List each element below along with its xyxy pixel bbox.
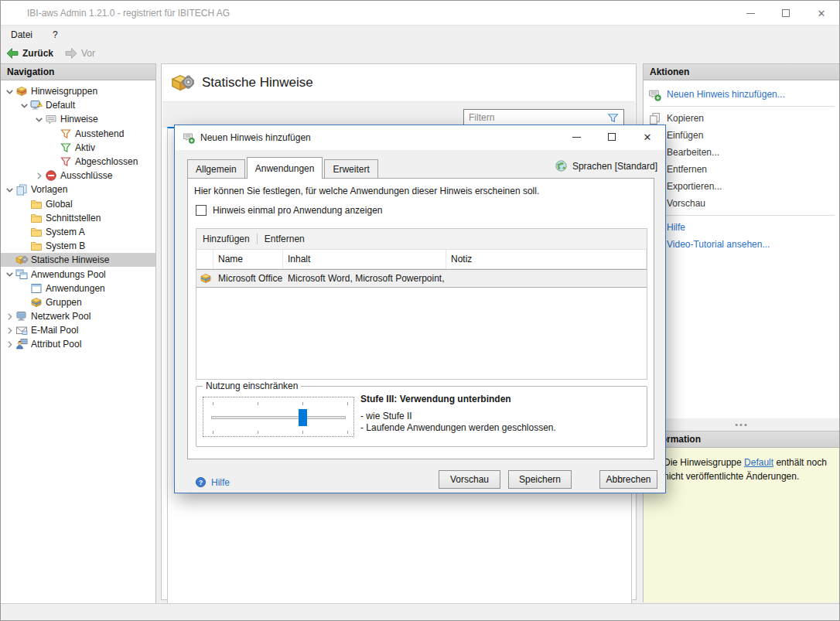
column-name[interactable]: Name [213, 250, 283, 268]
maximize-button[interactable] [768, 1, 804, 26]
chevron-down-icon[interactable] [19, 100, 30, 111]
nav-item-schnittstellen[interactable]: Schnittstellen [1, 211, 155, 225]
nav-item-abgeschlossen[interactable]: Abgeschlossen [1, 155, 155, 169]
add-application-button[interactable]: Hinzufügen [203, 234, 250, 244]
minimize-button[interactable] [732, 1, 768, 26]
action-video-tutorial-ansehen[interactable]: Video-Tutorial ansehen... [644, 236, 840, 253]
window-title: IBI-aws Admin 1.21.0 - registriert für I… [27, 1, 230, 26]
languages-button[interactable]: Sprachen [Standard] [555, 159, 657, 172]
group-label: Nutzung einschränken [203, 380, 301, 391]
nav-item-label: Global [46, 199, 73, 210]
dialog-maximize-button[interactable] [594, 125, 630, 148]
panel-splitter[interactable]: ••• [643, 418, 840, 431]
nav-item-label: Gruppen [46, 297, 82, 308]
monitor-warning-icon [30, 99, 43, 111]
vorschau-button[interactable]: Vorschau [439, 470, 500, 489]
nav-item-hinweise[interactable]: Hinweise [1, 112, 155, 126]
nav-item-aktiv[interactable]: Aktiv [1, 141, 155, 155]
nav-item-global[interactable]: Global [1, 197, 155, 211]
nav-item-label: Vorlagen [31, 184, 67, 195]
tab-erweitert[interactable]: Erweitert [324, 159, 377, 178]
nav-item-anwendungs-pool[interactable]: Anwendungs Pool [1, 267, 155, 281]
remove-application-button[interactable]: Entfernen [265, 234, 305, 244]
spacer [48, 156, 60, 168]
forward-button[interactable]: Vor [64, 46, 95, 60]
information-panel: Information Die Hinweisgruppe Default en… [643, 431, 840, 602]
nav-item-system-a[interactable]: System A [1, 225, 155, 239]
back-button[interactable]: Zurück [5, 46, 53, 60]
spacer [19, 212, 30, 223]
back-arrow-icon [5, 46, 19, 60]
forward-arrow-icon [64, 46, 78, 60]
nav-item-ausstehend[interactable]: Ausstehend [1, 127, 155, 141]
chevron-down-icon[interactable] [4, 184, 15, 196]
column-icon [196, 250, 213, 268]
tab-allgemein[interactable]: Allgemein [187, 159, 245, 178]
actions-panel: Aktionen Neuen Hinweis hinzufügen...Kopi… [643, 63, 840, 418]
dialog-title: Neuen Hinweis hinzufügen [200, 125, 311, 150]
action-label: Einfügen [667, 130, 703, 141]
action-vorschau: Vorschau [644, 195, 840, 212]
speichern-button[interactable]: Speichern [508, 470, 572, 489]
folder-icon [30, 212, 43, 224]
chevron-down-icon[interactable] [4, 86, 15, 97]
dialog-title-bar: Neuen Hinweis hinzufügen ✕ [175, 125, 665, 150]
nav-item-ausschlusse[interactable]: Ausschlüsse [1, 169, 155, 183]
restriction-detail-2: - Laufende Anwendungen werden geschlosse… [360, 422, 556, 434]
nav-item-attribut-pool[interactable]: Attribut Pool [1, 337, 155, 351]
folder-icon [30, 198, 43, 210]
nav-item-label: Anwendungen [46, 283, 105, 294]
action-label: Entfernen [667, 164, 707, 175]
spacer [4, 254, 15, 266]
chevron-right-icon[interactable] [4, 325, 15, 336]
abbrechen-button[interactable]: Abbrechen [599, 470, 657, 489]
table-row[interactable]: Microsoft OfficeMicrosoft Word, Microsof… [196, 269, 647, 288]
close-button[interactable]: ✕ [804, 1, 839, 26]
slider-thumb[interactable] [299, 409, 307, 426]
chevron-down-icon[interactable] [33, 114, 45, 125]
spacer [19, 241, 30, 252]
nav-item-e-mail-pool[interactable]: E-Mail Pool [1, 323, 155, 337]
globe-icon [555, 159, 568, 172]
dialog-minimize-button[interactable] [558, 125, 594, 148]
actions-header: Aktionen [644, 64, 840, 80]
spacer [19, 296, 30, 308]
action-neuen-hinweis-hinzufugen[interactable]: Neuen Hinweis hinzufügen... [644, 86, 840, 103]
menu-item-help[interactable]: ? [53, 29, 58, 40]
navigation-tree: HinweisgruppenDefaultHinweiseAusstehendA… [1, 80, 155, 352]
nav-item-gruppen[interactable]: Gruppen [1, 295, 155, 309]
chevron-right-icon[interactable] [4, 339, 15, 350]
nav-item-anwendungen[interactable]: Anwendungen [1, 281, 155, 295]
slider-track[interactable] [211, 416, 346, 419]
chevron-right-icon[interactable] [4, 311, 15, 322]
default-group-link[interactable]: Default [744, 457, 773, 468]
chevron-right-icon[interactable] [33, 170, 45, 182]
tab-anwendungen[interactable]: Anwendungen [247, 157, 323, 179]
navigation-header: Navigation [1, 64, 155, 80]
once-per-app-checkbox[interactable] [196, 205, 207, 216]
dialog-help-link[interactable]: ? Hilfe [195, 476, 230, 488]
nav-item-hinweisgruppen[interactable]: Hinweisgruppen [1, 84, 155, 98]
restriction-slider[interactable] [203, 397, 354, 437]
action-hilfe[interactable]: Hilfe [644, 219, 840, 236]
nav-item-default[interactable]: Default [1, 98, 155, 112]
slider-tick [302, 402, 303, 405]
navigation-panel: Navigation HinweisgruppenDefaultHinweise… [1, 63, 156, 603]
funnel-orange-icon [60, 128, 72, 140]
nav-item-vorlagen[interactable]: Vorlagen [1, 183, 155, 196]
nav-item-netzwerk-pool[interactable]: Netzwerk Pool [1, 309, 155, 323]
windows-icon [15, 268, 28, 281]
menu-item-datei[interactable]: Datei [11, 29, 32, 40]
column-notiz[interactable]: Notiz [446, 250, 647, 268]
dialog-close-button[interactable]: ✕ [630, 125, 665, 148]
column-inhalt[interactable]: Inhalt [283, 250, 446, 268]
chevron-down-icon[interactable] [4, 268, 15, 280]
nav-item-label: Default [46, 100, 75, 111]
applications-table: Hinzufügen Entfernen NameInhaltNotiz Mic… [196, 228, 647, 380]
page-title: Statische Hinweise [202, 75, 313, 90]
nav-item-system-b[interactable]: System B [1, 239, 155, 253]
filter-input[interactable] [464, 112, 606, 123]
slider-tick [347, 402, 348, 405]
nav-item-statische-hinweise[interactable]: Statische Hinweise [1, 253, 155, 267]
filter-funnel-icon[interactable] [606, 111, 620, 125]
